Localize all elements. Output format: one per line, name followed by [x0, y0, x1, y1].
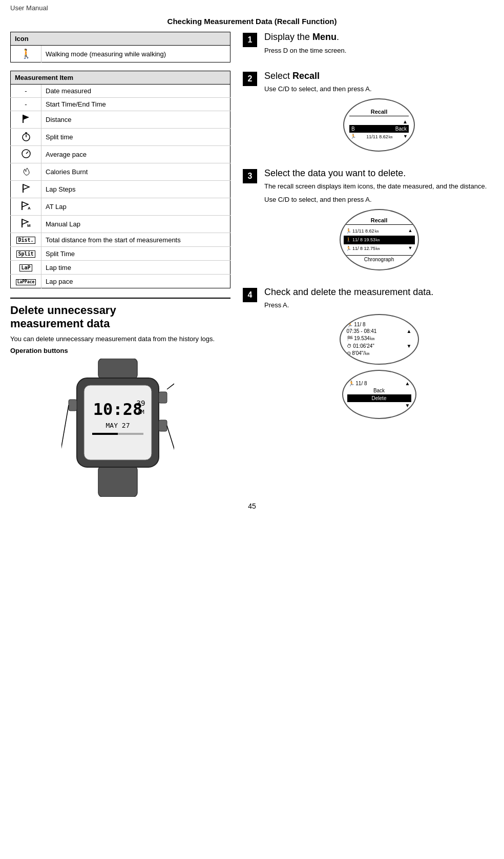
svg-line-29 [167, 374, 174, 389]
icon-cell [11, 163, 41, 181]
svg-rect-26 [69, 400, 77, 411]
row-desc: Lap Steps [41, 181, 230, 198]
row-desc: Split time [41, 129, 230, 146]
step-2-title: Select Recall [264, 71, 494, 82]
row-desc: Lap pace [41, 275, 230, 288]
icon-cell [11, 181, 41, 198]
step-2-block: 2 Select Recall Use C/D to select, and t… [243, 71, 494, 157]
icon-table: Icon 🚶 Walking mode (measuring while wal… [10, 32, 230, 62]
step-1-desc: Press D on the time screen. [264, 46, 494, 55]
icon-cell: A [11, 198, 41, 216]
split-icon: Split [16, 250, 35, 258]
svg-rect-25 [92, 433, 118, 435]
table-row: Lap Steps [11, 181, 230, 198]
watch-svg: 10:28 39 AM MAY 27 C A [61, 359, 174, 497]
svg-line-31 [61, 405, 69, 476]
measurement-table-header: Measurement Item [11, 71, 230, 85]
step-3-block: 3 Select the data you want to delete. Th… [243, 168, 494, 276]
table-row: Average pace [11, 146, 230, 163]
table-row: - Start Time/End Time [11, 98, 230, 111]
detail-row-2: 07:35 - 08:41▲ [345, 328, 414, 334]
detail-row-1: 🏃 11/ 8 [345, 321, 414, 328]
icon-cell [11, 129, 41, 146]
table-row: Split Split Time [11, 247, 230, 261]
icon-cell: LaPPace [11, 275, 41, 288]
table-row: Split time [11, 129, 230, 146]
recall-row-arrow-up: ▲ [349, 118, 409, 125]
icon-cell: Split [11, 247, 41, 261]
recall-multi-row2: 🚶 11/ 8 19.53㎞ [344, 236, 415, 244]
row-desc: Manual Lap [41, 216, 230, 233]
svg-text:M: M [27, 223, 31, 228]
op-buttons-label: Operation buttons [10, 347, 230, 354]
table-row: LaP Lap time [11, 261, 230, 275]
table-row: A AT Lap [11, 198, 230, 216]
step-2-number: 2 [243, 72, 257, 86]
icon-desc: Walking mode (measuring while walking) [41, 46, 230, 62]
table-row: M Manual Lap [11, 216, 230, 233]
svg-text:10:28: 10:28 [93, 400, 142, 419]
svg-marker-9 [23, 184, 29, 190]
walking-icon: 🚶 [15, 48, 37, 59]
left-column: Icon 🚶 Walking mode (measuring while wal… [10, 32, 230, 492]
del-row-back: Back [347, 387, 411, 394]
row-desc: Calories Burnt [41, 163, 230, 181]
step-4-block: 4 Check and delete the measurement data.… [243, 287, 494, 425]
icon-cell: - [11, 98, 41, 111]
measurement-table: Measurement Item - Date measured - Start… [10, 71, 230, 288]
step-2-desc: Use C/D to select, and then press A. [264, 85, 494, 94]
step-3-desc: The recall screen displays item icons, t… [264, 182, 494, 191]
detail-screen-1: 🏃 11/ 8 07:35 - 08:41▲ 🏁 19.534㎞ ⏱ 01:06… [340, 314, 419, 365]
recall-screen-title: Recall [349, 109, 409, 116]
detail-row-5: ⊙ 8'04"/㎞ [345, 349, 414, 358]
delete-heading: Delete unnecessary measurement data [10, 304, 230, 331]
fire-icon [21, 166, 31, 176]
right-column: 1 Display the Menu. Press D on the time … [243, 32, 494, 492]
icon-cell: 🚶 [11, 46, 41, 62]
row-desc: AT Lap [41, 198, 230, 216]
recall-row-data: 🏃11/11 8.62㎞▼ [349, 133, 409, 141]
delete-desc: You can delete unnecessary measurement d… [10, 335, 230, 343]
manual-lap-icon: M [20, 218, 32, 228]
stopwatch-icon [21, 131, 31, 141]
icon-cell [11, 111, 41, 129]
step-4-title: Check and delete the measurement data. [264, 287, 494, 298]
step-4-content: Check and delete the measurement data. P… [264, 287, 494, 425]
recall-multi-title: Recall [344, 217, 415, 225]
step-3-desc2: Use C/D to select, and then press A. [264, 195, 494, 204]
row-desc: Distance [41, 111, 230, 129]
step-3-title: Select the data you want to delete. [264, 168, 494, 179]
icon-cell [11, 146, 41, 163]
table-row: - Date measured [11, 85, 230, 98]
lap-icon: LaP [19, 264, 32, 271]
step-2-content: Select Recall Use C/D to select, and the… [264, 71, 494, 157]
dash-icon: - [25, 87, 27, 95]
row-desc: Date measured [41, 85, 230, 98]
row-desc: Split Time [41, 247, 230, 261]
icon-cell: - [11, 85, 41, 98]
step-4-desc: Press A. [264, 301, 494, 310]
svg-text:AM: AM [137, 409, 144, 415]
step-1-block: 1 Display the Menu. Press D on the time … [243, 32, 494, 59]
svg-text:A: A [28, 206, 31, 211]
step-4-number: 4 [243, 288, 257, 302]
table-row: Dist. Total distance from the start of m… [11, 233, 230, 247]
step-1-content: Display the Menu. Press D on the time sc… [264, 32, 494, 59]
page-header: User Manual [0, 0, 504, 14]
svg-rect-17 [98, 466, 137, 497]
icon-cell: LaP [11, 261, 41, 275]
icon-table-header: Icon [11, 32, 230, 46]
recall-footer: Chronograph [344, 255, 415, 262]
del-row-delete: Delete [347, 394, 411, 402]
icon-cell: M [11, 216, 41, 233]
svg-line-33 [167, 426, 174, 481]
recall-screen-1: Recall ▲ BBack 🏃11/11 8.62㎞▼ [343, 98, 415, 152]
step-3-content: Select the data you want to delete. The … [264, 168, 494, 276]
recall-multi-row3: 🏃 11/ 8 12.75㎞▼ [344, 244, 415, 253]
watch-illustration: 10:28 39 AM MAY 27 C A [61, 359, 179, 492]
flag-icon [21, 114, 31, 124]
delete-confirm-screen: 🏃 11/ 8▲ Back Delete ▼ [342, 370, 416, 419]
at-lap-icon: A [20, 201, 32, 211]
lap-flag-icon [21, 183, 31, 194]
svg-rect-27 [159, 392, 167, 403]
